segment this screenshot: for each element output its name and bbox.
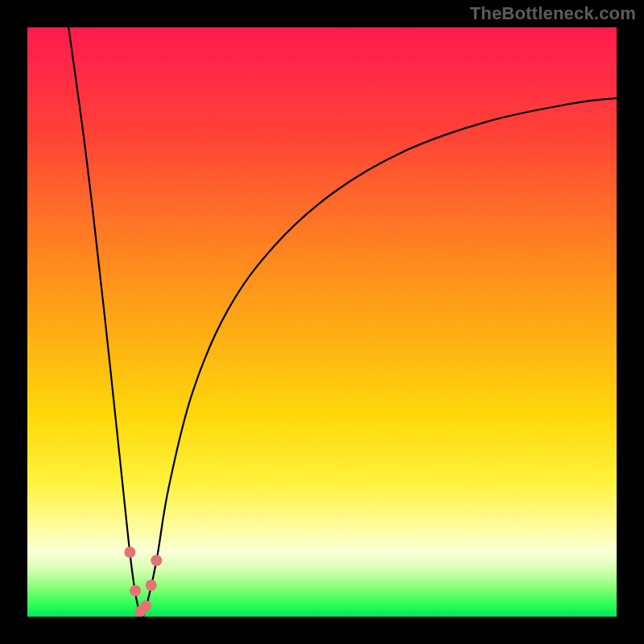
bottleneck-curve xyxy=(27,27,617,617)
curve-marker-dot xyxy=(130,585,141,597)
curve-marker-dot xyxy=(124,547,135,558)
curve-marker-band xyxy=(124,547,162,617)
curve-marker-dot xyxy=(140,601,151,612)
chart-plot-area xyxy=(27,27,617,617)
curve-line xyxy=(68,27,617,617)
watermark-text: TheBottleneck.com xyxy=(470,3,636,24)
curve-marker-dot xyxy=(151,555,162,566)
curve-marker-dot xyxy=(146,580,157,591)
